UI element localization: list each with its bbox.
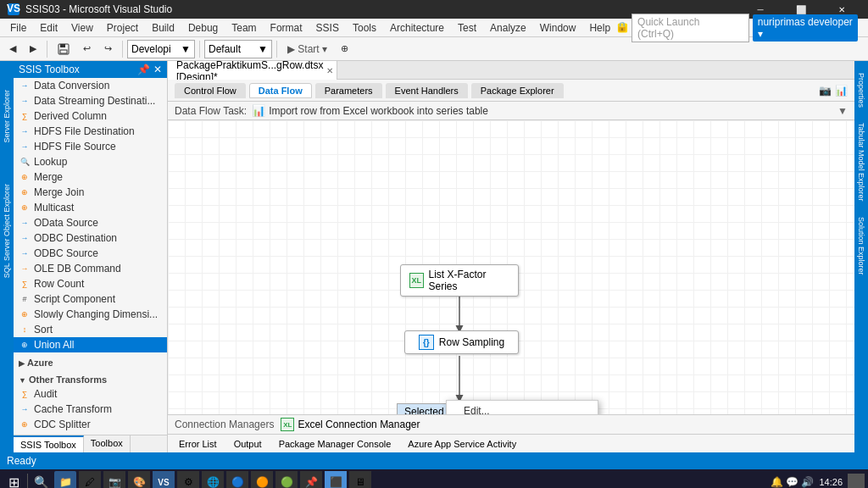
profile-dropdown[interactable]: Developi ▼ — [127, 40, 195, 58]
taskbar-app-5[interactable]: 🔵 — [226, 471, 248, 488]
toolbox-tab[interactable]: Toolbox — [84, 435, 131, 452]
tabular-model-tab[interactable]: Tabular Model Explorer — [855, 119, 867, 205]
attach-button[interactable]: ⊕ — [335, 39, 354, 59]
sidebar-item-merge[interactable]: ⊕ Merge — [14, 169, 167, 185]
sidebar-item-lookup[interactable]: 🔍 Lookup — [14, 154, 167, 169]
taskbar-vs[interactable]: VS — [153, 471, 175, 488]
sidebar-item-odata[interactable]: → OData Source — [14, 215, 167, 230]
menu-bar: File Edit View Project Build Debug Team … — [0, 19, 868, 37]
ssis-toolbox-tab[interactable]: SSIS Toolbox — [14, 435, 84, 452]
package-explorer-tab[interactable]: Package Explorer — [471, 83, 564, 98]
sidebar-item-union-all[interactable]: ⊕ Union All — [14, 337, 167, 352]
user-profile[interactable]: nuriprimas developer ▾ — [753, 14, 858, 42]
menu-architecture[interactable]: Architecture — [383, 20, 451, 36]
back-button[interactable]: ◀ — [3, 39, 22, 59]
sidebar-item-hdfs-dest[interactable]: → HDFS File Destination — [14, 124, 167, 139]
taskbar-app-9[interactable]: 🖥 — [349, 471, 371, 488]
other-transforms-section[interactable]: ▼Other Transforms — [14, 373, 167, 386]
forward-button[interactable]: ▶ — [24, 39, 42, 59]
redo-button[interactable]: ↪ — [98, 39, 118, 59]
menu-format[interactable]: Format — [264, 20, 309, 36]
taskbar-file-explorer[interactable]: 📁 — [54, 471, 76, 488]
menu-help[interactable]: Help — [582, 20, 617, 36]
sidebar-item-merge-join[interactable]: ⊕ Merge Join — [14, 185, 167, 200]
list-xfactor-component[interactable]: XL List X-Factor Series — [400, 264, 519, 297]
sidebar-item-data-streaming[interactable]: → Data Streaming Destinati... — [14, 93, 167, 108]
event-handlers-tab[interactable]: Event Handlers — [386, 83, 468, 98]
menu-view[interactable]: View — [64, 20, 100, 36]
doc-tab-close-icon[interactable]: ✕ — [326, 66, 333, 75]
taskbar-app-7[interactable]: 🟢 — [275, 471, 298, 488]
sidebar-close-icon[interactable]: ✕ — [153, 64, 162, 75]
taskbar-app-2[interactable]: 📷 — [103, 471, 125, 488]
sidebar-item-sort[interactable]: ↕ Sort — [14, 322, 167, 337]
properties-tab[interactable]: Properties — [855, 69, 867, 111]
taskbar-app-8[interactable]: 📌 — [300, 471, 322, 488]
show-desktop-button[interactable] — [848, 474, 865, 488]
sidebar-item-odbc-src[interactable]: → ODBC Source — [14, 246, 167, 261]
sidebar-item-script-component[interactable]: # Script Component — [14, 291, 167, 307]
sidebar-item-row-count[interactable]: ∑ Row Count — [14, 276, 167, 291]
menu-file[interactable]: File — [3, 20, 33, 36]
taskbar-search[interactable]: 🔍 — [31, 474, 52, 488]
ssis-toolbox: SSIS Toolbox 📌 ✕ → Data Conversion → Dat… — [14, 61, 168, 452]
start-button-taskbar[interactable]: ⊞ — [3, 473, 25, 489]
taskbar-app-3[interactable]: 🎨 — [128, 471, 150, 488]
control-flow-tab[interactable]: Control Flow — [175, 83, 246, 98]
azure-section[interactable]: ▶Azure — [14, 356, 167, 369]
context-edit[interactable]: Edit... — [447, 401, 598, 414]
grid-icon[interactable]: 📊 — [835, 85, 848, 97]
sidebar-item-hdfs-src[interactable]: → HDFS File Source — [14, 139, 167, 154]
menu-project[interactable]: Project — [100, 20, 145, 36]
sidebar-item-audit[interactable]: ∑ Audit — [14, 386, 167, 402]
sidebar-item-cache-transform[interactable]: → Cache Transform — [14, 402, 167, 417]
excel-connection-item[interactable]: XL Excel Connection Manager — [281, 418, 420, 431]
parameters-tab[interactable]: Parameters — [315, 83, 382, 98]
platform-dropdown[interactable]: Default ▼ — [204, 40, 272, 58]
sidebar-item-oledb-cmd[interactable]: → OLE DB Command — [14, 261, 167, 276]
solution-explorer-tab[interactable]: Solution Explorer — [855, 214, 867, 279]
taskbar-clock[interactable]: 14:26 — [819, 477, 843, 487]
server-explorer-tab[interactable]: Server Explorer — [1, 86, 13, 147]
sidebar-item-odbc-dest[interactable]: → ODBC Destination — [14, 230, 167, 246]
sidebar-item-derived-column[interactable]: ∑ Derived Column — [14, 108, 167, 124]
menu-tools[interactable]: Tools — [346, 20, 383, 36]
package-manager-tab[interactable]: Package Manager Console — [271, 436, 399, 452]
sql-server-tab[interactable]: SQL Server Object Explorer — [1, 180, 13, 281]
output-tab[interactable]: Output — [226, 436, 270, 452]
sidebar-item-cdc-splitter[interactable]: ⊕ CDC Splitter — [14, 417, 167, 432]
pin-icon[interactable]: 📌 — [137, 64, 150, 75]
task-dropdown-arrow[interactable]: ▼ — [837, 105, 848, 117]
taskbar-browser[interactable]: 🌐 — [202, 471, 224, 488]
data-flow-tab[interactable]: Data Flow — [249, 83, 312, 98]
design-canvas[interactable]: XL List X-Factor Series {} Row Sampling … — [168, 120, 854, 414]
menu-debug[interactable]: Debug — [181, 20, 225, 36]
sidebar-item-scd[interactable]: ⊕ Slowly Changing Dimensi... — [14, 307, 167, 322]
menu-team[interactable]: Team — [225, 20, 263, 36]
menu-analyze[interactable]: Analyze — [483, 20, 533, 36]
data-streaming-icon: → — [19, 95, 31, 107]
menu-edit[interactable]: Edit — [33, 20, 64, 36]
menu-ssis[interactable]: SSIS — [309, 20, 346, 36]
camera-icon[interactable]: 📷 — [819, 85, 832, 97]
separator-2 — [122, 41, 123, 58]
sidebar-item-multicast[interactable]: ⊕ Multicast — [14, 200, 167, 215]
union-all-icon: ⊕ — [19, 339, 31, 351]
azure-service-tab[interactable]: Azure App Service Activity — [400, 436, 524, 452]
menu-test[interactable]: Test — [451, 20, 483, 36]
undo-button[interactable]: ↩ — [77, 39, 97, 59]
row-sampling-component[interactable]: {} Row Sampling — [404, 330, 519, 354]
taskbar-app-6[interactable]: 🟠 — [251, 471, 273, 488]
save-button[interactable] — [52, 39, 75, 59]
error-list-tab[interactable]: Error List — [171, 436, 225, 452]
menu-window[interactable]: Window — [533, 20, 583, 36]
menu-build[interactable]: Build — [145, 20, 181, 36]
taskbar-active-app[interactable]: ⬛ — [325, 471, 347, 488]
quick-launch-input[interactable]: Quick Launch (Ctrl+Q) — [632, 14, 749, 42]
right-panel-tabs: Properties Tabular Model Explorer Soluti… — [854, 61, 868, 452]
taskbar-app-1[interactable]: 🖊 — [79, 471, 101, 488]
start-button[interactable]: ▶ Start ▾ — [281, 39, 333, 59]
sidebar-item-data-conversion[interactable]: → Data Conversion — [14, 78, 167, 93]
taskbar-app-4[interactable]: ⚙ — [177, 471, 199, 488]
design-tab-icons: 📷 📊 — [819, 85, 848, 97]
